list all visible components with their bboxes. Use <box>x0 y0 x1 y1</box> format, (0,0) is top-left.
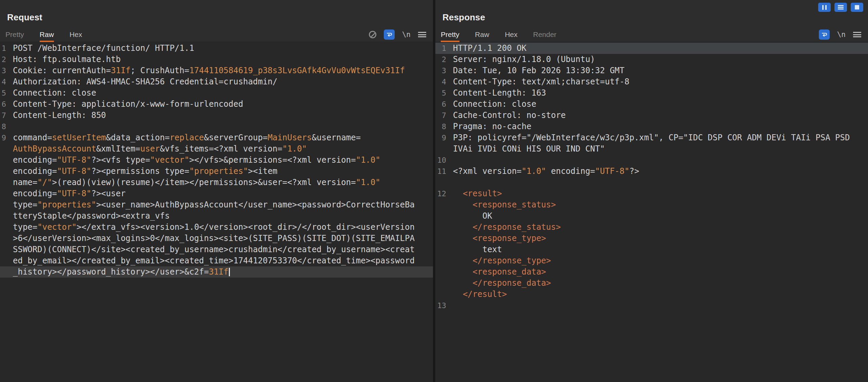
wrap-arrow-glyph <box>821 31 828 38</box>
code-line: 8 <box>0 121 433 132</box>
newline-icon[interactable]: \n <box>837 31 846 39</box>
tab-response-hex[interactable]: Hex <box>505 27 517 42</box>
code-text: Connection: close <box>6 87 96 99</box>
tab-request-pretty[interactable]: Pretty <box>5 27 24 42</box>
code-text: encoding="UTF-8"?><vfs type="vector"></v… <box>6 155 380 166</box>
code-text: Pragma: no-cache <box>446 121 531 132</box>
code-text: _history></password_history></user>&c2f=… <box>6 266 230 278</box>
code-text <box>446 300 453 311</box>
code-text <box>6 121 13 132</box>
line-number <box>435 266 446 278</box>
code-text: </response_status> <box>446 222 561 233</box>
code-line: 9P3P: policyref="/WebInterface/w3c/p3p.x… <box>435 132 868 143</box>
line-number: 7 <box>0 110 6 121</box>
line-number: 4 <box>435 76 446 87</box>
line-number: 4 <box>0 76 6 87</box>
code-line: 4Content-Type: text/xml;charset=utf-8 <box>435 76 868 87</box>
soft-wrap-icon[interactable] <box>384 29 395 40</box>
line-number: 12 <box>435 188 446 199</box>
line-number <box>0 210 6 222</box>
tab-response-render[interactable]: Render <box>533 27 556 42</box>
code-line: 5Connection: close <box>0 87 433 99</box>
line-number <box>435 244 446 255</box>
response-panel: Response Pretty Raw Hex Render \n 1HTTP/… <box>435 0 868 382</box>
line-number <box>435 255 446 266</box>
code-text: name="/">(read)(view)(resume)</item></pe… <box>6 177 380 188</box>
code-line: 5Content-Length: 163 <box>435 87 868 99</box>
menu-icon[interactable] <box>418 32 426 37</box>
menu-icon[interactable] <box>853 32 861 37</box>
newline-icon[interactable]: \n <box>402 31 411 39</box>
line-number: 6 <box>435 99 446 110</box>
line-number <box>0 199 6 210</box>
line-number <box>435 210 446 222</box>
line-number: 2 <box>435 54 446 65</box>
line-number: 5 <box>435 87 446 99</box>
code-line: 7Content-Length: 850 <box>0 110 433 121</box>
code-text: encoding="UTF-8"?><permissions type="pro… <box>6 166 277 177</box>
code-text: type="properties"><user_name>AuthBypassA… <box>6 199 415 210</box>
code-text: SSWORD)(CONNECT)</site><created_by_usern… <box>6 244 415 255</box>
code-text: </response_type> <box>446 255 551 266</box>
code-text: text <box>446 244 502 255</box>
code-line: 7Cache-Control: no-store <box>435 110 868 121</box>
code-text: Content-Length: 163 <box>446 87 546 99</box>
code-line: 9command=setUserItem&data_action=replace… <box>0 132 433 143</box>
line-number: 2 <box>0 54 6 65</box>
line-number: 9 <box>435 132 446 143</box>
code-line: encoding="UTF-8"?><permissions type="pro… <box>0 166 433 177</box>
code-line: 3Cookie: currentAuth=31If; CrushAuth=174… <box>0 65 433 76</box>
code-text: encoding="UTF-8"?><user <box>6 188 125 199</box>
line-number <box>0 233 6 244</box>
tabbar-spacer <box>98 27 369 42</box>
code-line: 1HTTP/1.1 200 OK <box>435 43 868 54</box>
request-editor[interactable]: 1POST /WebInterface/function/ HTTP/1.12H… <box>0 42 433 382</box>
code-text: POST /WebInterface/function/ HTTP/1.1 <box>6 43 194 54</box>
line-number <box>0 188 6 199</box>
request-editor-lines: 1POST /WebInterface/function/ HTTP/1.12H… <box>0 43 433 278</box>
code-text: Cache-Control: no-store <box>446 110 566 121</box>
code-line: IVAi IVDi CONi HIS OUR IND CNT" <box>435 143 868 155</box>
request-panel-header: Request <box>0 0 433 27</box>
code-line: _history></password_history></user>&c2f=… <box>0 266 433 278</box>
code-text: Content-Length: 850 <box>6 110 106 121</box>
code-text: <result> <box>446 188 502 199</box>
line-number <box>0 266 6 278</box>
code-line: tteryStaple</password><extra_vfs <box>0 210 433 222</box>
line-number <box>435 177 446 188</box>
code-line: >6</userVersion><max_logins>0</max_login… <box>0 233 433 244</box>
line-number: 8 <box>0 121 6 132</box>
tab-request-raw[interactable]: Raw <box>40 27 54 42</box>
code-text: P3P: policyref="/WebInterface/w3c/p3p.xm… <box>446 132 850 143</box>
code-text: Date: Tue, 10 Feb 2026 13:30:32 GMT <box>446 65 625 76</box>
code-line <box>435 177 868 188</box>
panel-resize-divider[interactable] <box>433 0 435 382</box>
tab-response-pretty[interactable]: Pretty <box>441 27 459 42</box>
code-line: 4Authorization: AWS4-HMAC-SHA256 Credent… <box>0 76 433 87</box>
tab-response-raw[interactable]: Raw <box>475 27 489 42</box>
code-text: <response_status> <box>446 199 556 210</box>
code-line: <response_data> <box>435 266 868 278</box>
line-number <box>0 143 6 155</box>
code-line: </response_status> <box>435 222 868 233</box>
code-line: 13 <box>435 300 868 311</box>
line-number: 5 <box>0 87 6 99</box>
soft-wrap-icon[interactable] <box>819 29 830 40</box>
code-line: AuthBypassAccount&xmlItem=user&vfs_items… <box>0 143 433 155</box>
line-number <box>0 244 6 255</box>
code-line: 3Date: Tue, 10 Feb 2026 13:30:32 GMT <box>435 65 868 76</box>
code-line: SSWORD)(CONNECT)</site><created_by_usern… <box>0 244 433 255</box>
line-number <box>0 177 6 188</box>
response-editor[interactable]: 1HTTP/1.1 200 OK2Server: nginx/1.18.0 (U… <box>435 42 868 382</box>
repeater-workspace: Request Pretty Raw Hex \n 1POST /WebInte… <box>0 0 868 382</box>
line-number: 6 <box>0 99 6 110</box>
code-text <box>446 177 453 188</box>
code-line: <response_status> <box>435 199 868 210</box>
code-text: </response_data> <box>446 278 551 289</box>
tab-request-hex[interactable]: Hex <box>70 27 82 42</box>
code-line: 12 <result> <box>435 188 868 199</box>
line-number: 1 <box>435 43 446 54</box>
circle-slash-icon[interactable] <box>369 31 376 38</box>
code-line: </result> <box>435 289 868 300</box>
code-line: 2Server: nginx/1.18.0 (Ubuntu) <box>435 54 868 65</box>
